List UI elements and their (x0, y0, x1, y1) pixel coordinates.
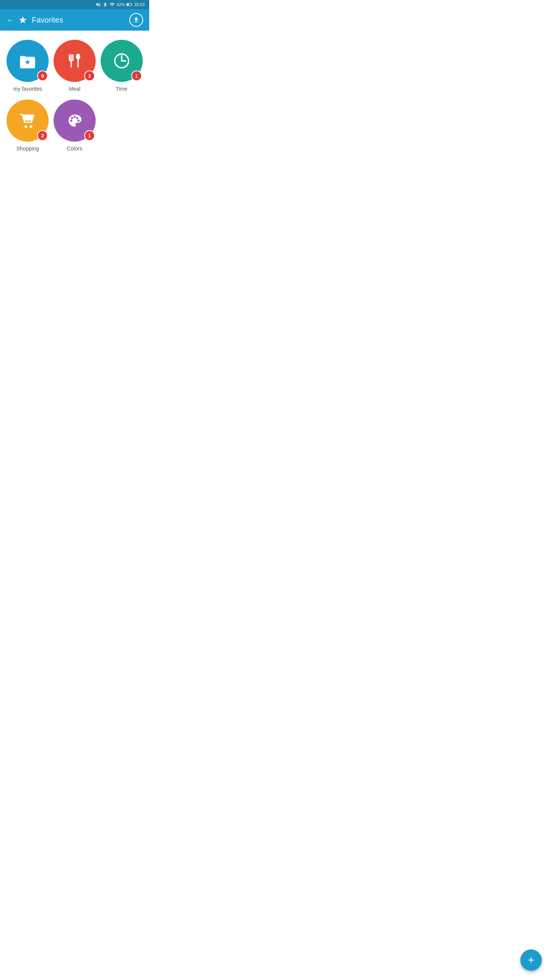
time-badge: 1 (131, 70, 142, 81)
colors-label: Colors (67, 145, 82, 152)
svg-point-18 (76, 117, 78, 119)
mute-icon (96, 2, 101, 7)
category-item-shopping[interactable]: 2 Shopping (6, 100, 49, 152)
app-bar: ← ★ Favorites (0, 9, 149, 31)
shopping-badge: 2 (37, 130, 48, 141)
meal-badge: 3 (84, 70, 95, 81)
cart-icon (17, 110, 38, 131)
time-text: 20:53 (134, 2, 145, 7)
shopping-wrapper: 2 (7, 100, 49, 142)
status-icons: 42% 20:53 (96, 2, 145, 7)
svg-point-14 (30, 125, 33, 128)
colors-wrapper: 1 (54, 100, 96, 142)
my-favorites-label: my favorites (13, 86, 42, 92)
folder-star-icon (18, 51, 37, 71)
shopping-label: Shopping (16, 145, 39, 152)
time-wrapper: 1 (101, 40, 143, 82)
category-grid-row1: 9 my favorites (6, 40, 143, 92)
svg-point-8 (76, 54, 80, 60)
svg-point-15 (70, 119, 72, 122)
category-grid-row2: 2 Shopping 1 Colors (6, 100, 143, 152)
status-bar: 42% 20:53 (0, 0, 149, 9)
download-icon (133, 16, 140, 23)
svg-point-16 (71, 117, 73, 119)
meal-label: Meal (69, 86, 80, 92)
clock-icon (111, 51, 132, 71)
svg-point-17 (73, 116, 76, 118)
svg-point-13 (24, 125, 27, 128)
svg-point-19 (77, 119, 80, 122)
category-item-my-favorites[interactable]: 9 my favorites (6, 40, 49, 92)
my-favorites-wrapper: 9 (7, 40, 49, 82)
content-area: 9 my favorites (0, 31, 149, 161)
palette-icon (64, 110, 85, 131)
my-favorites-badge: 9 (37, 70, 48, 81)
star-icon: ★ (18, 14, 27, 26)
empty-slot (100, 100, 143, 152)
bluetooth-icon (103, 2, 108, 7)
back-button[interactable]: ← (6, 16, 14, 24)
category-item-meal[interactable]: 3 Meal (53, 40, 96, 92)
category-item-time[interactable]: 1 Time (100, 40, 143, 92)
download-button[interactable] (129, 13, 143, 27)
signal-icon (109, 2, 115, 7)
meal-wrapper: 3 (54, 40, 96, 82)
battery-icon (126, 2, 132, 7)
category-item-colors[interactable]: 1 Colors (53, 100, 96, 152)
colors-badge: 1 (84, 130, 95, 141)
page-title: Favorites (32, 16, 125, 24)
svg-rect-2 (132, 4, 132, 5)
fork-spoon-icon (64, 51, 85, 71)
time-label: Time (116, 86, 127, 92)
battery-text: 42% (116, 2, 125, 7)
